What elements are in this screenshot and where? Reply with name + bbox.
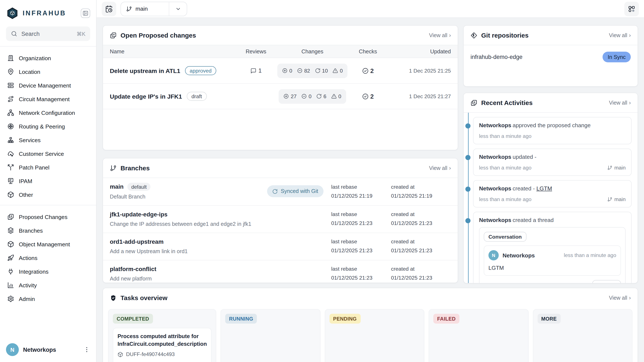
activity-item: Networkopscreated - LGTM less than a min… — [473, 180, 632, 207]
check-circle-icon — [362, 67, 369, 74]
cloud-share-icon — [7, 150, 14, 157]
thread-box: Conversation N Networkops less than a mi… — [479, 227, 626, 283]
branches-view-all-link[interactable]: View all› — [429, 165, 451, 171]
sidebar-item-label: Admin — [19, 296, 35, 302]
synced-with-git-badge: Synced with Git — [267, 185, 323, 197]
sidebar-item-integrations[interactable]: Integrations — [4, 265, 93, 278]
kanban-column-failed: FAILED — [428, 309, 528, 362]
refresh-icon — [315, 68, 320, 73]
branch-name[interactable]: ord1-add-upstream — [110, 239, 164, 245]
table-header: Name Reviews Changes Checks Updated — [103, 45, 458, 58]
activity-action: created - — [512, 185, 535, 192]
sidebar-item-label: Device Management — [19, 82, 71, 89]
git-repositories-view-all-link[interactable]: View all› — [609, 32, 631, 38]
activity-link[interactable]: LGTM — [536, 185, 552, 192]
infrahub-logo-icon — [6, 7, 19, 20]
kebab-menu-icon[interactable] — [83, 346, 90, 353]
sidebar-item-patch-panel[interactable]: Patch Panel — [4, 161, 93, 174]
brand-name: INFRAHUB — [23, 9, 66, 17]
branch-name[interactable]: platform-conflict — [110, 266, 156, 272]
table-row[interactable]: Update edge IP's in JFK1 draft 27 0 6 0 — [103, 84, 458, 109]
sidebar-item-branches[interactable]: Branches — [4, 224, 93, 237]
proposed-changes-view-all-link[interactable]: View all› — [429, 32, 451, 38]
branch-row[interactable]: platform-conflict Add new platform last … — [103, 260, 458, 283]
sidebar-collapse-button[interactable] — [81, 8, 90, 18]
default-badge: default — [127, 183, 150, 191]
branch-name[interactable]: main — [110, 183, 124, 190]
activity-item: Networkopscreated a thread Conversation … — [473, 212, 632, 283]
svg-text:IP: IP — [9, 179, 12, 181]
branch-row[interactable]: jfk1-update-edge-ips Change the IP addre… — [103, 206, 458, 233]
conversation-label: Conversation — [484, 232, 526, 242]
search-input[interactable]: Search ⌘K — [6, 26, 90, 41]
branch-row[interactable]: main default Default Branch Synced with … — [103, 178, 458, 206]
repository-row[interactable]: infrahub-demo-edge In Sync — [464, 45, 638, 69]
proposed-change-icon — [110, 32, 117, 39]
status-badge: draft — [187, 92, 206, 101]
activity-icon — [470, 99, 477, 106]
sidebar-item-services[interactable]: Services — [4, 133, 93, 147]
topbar: main — [96, 0, 644, 18]
sidebar-item-location[interactable]: Location — [4, 65, 93, 79]
status-badge-failed: FAILED — [433, 314, 460, 324]
panel-title: Tasks overview — [120, 294, 168, 301]
comment-body: LGTM — [488, 265, 616, 271]
git-branch-icon — [607, 197, 612, 202]
conflicts-chip: 0 — [332, 68, 343, 74]
removals-chip: 0 — [301, 93, 312, 99]
sidebar-item-activity[interactable]: Activity — [4, 278, 93, 292]
branch-selector-dropdown[interactable] — [169, 2, 187, 15]
sidebar-item-circuit-management[interactable]: Circuit Management — [4, 92, 93, 106]
reply-button[interactable]: Reply — [592, 280, 621, 283]
task-id: DUFF-fe490744c493 — [118, 352, 207, 358]
activity-time: less than a minute ago — [479, 165, 532, 171]
search-icon — [11, 30, 18, 37]
branch-selector-value[interactable]: main — [121, 2, 169, 15]
branch-selector[interactable]: main — [120, 1, 187, 16]
repository-name[interactable]: infrahub-demo-edge — [470, 54, 522, 60]
recent-activities-view-all-link[interactable]: View all› — [609, 100, 631, 106]
task-card[interactable]: Process computed attribute for InfraCirc… — [113, 328, 212, 362]
chevron-down-icon — [175, 6, 181, 12]
comment: N Networkops less than a minute ago LGTM — [484, 245, 621, 276]
sidebar-item-ipam[interactable]: IPIPAM — [4, 174, 93, 188]
user-menu[interactable]: N Networkops — [0, 339, 96, 359]
activity-timeline: Networkopsapproved the proposed change l… — [473, 113, 638, 283]
branch-row[interactable]: ord1-add-upstream Add a new Upstream lin… — [103, 233, 458, 260]
sidebar-item-organization[interactable]: Organization — [4, 51, 93, 65]
sidebar: INFRAHUB Search ⌘K Organization Location… — [0, 0, 96, 362]
tasks-view-all-link[interactable]: View all› — [609, 295, 631, 301]
sidebar-item-actions[interactable]: Actions — [4, 251, 93, 265]
timeline-dot-icon — [465, 186, 470, 192]
column-reviews: Reviews — [246, 48, 266, 55]
branch-name[interactable]: jfk1-update-edge-ips — [110, 211, 168, 218]
sidebar-item-device-management[interactable]: Device Management — [4, 79, 93, 92]
cube-icon — [7, 241, 14, 248]
sidebar-item-routing-peering[interactable]: Routing & Peering — [4, 120, 93, 133]
sidebar-item-proposed-changes[interactable]: Proposed Changes — [4, 210, 93, 224]
proposed-change-name[interactable]: Update edge IP's in JFK1 — [110, 93, 182, 100]
sidebar-item-label: Routing & Peering — [19, 123, 65, 130]
table-row[interactable]: Delete upstream in ATL1 approved 1 0 82 … — [103, 58, 458, 84]
sidebar-item-admin[interactable]: Admin — [4, 292, 93, 306]
sidebar-item-object-management[interactable]: Object Management — [4, 237, 93, 251]
sidebar-item-other[interactable]: Other — [4, 188, 93, 201]
status-badge-running: RUNNING — [225, 314, 257, 324]
sidebar-item-customer-service[interactable]: Customer Service — [4, 147, 93, 161]
sidebar-item-network-configuration[interactable]: Network Configuration — [4, 106, 93, 120]
git-branch-icon — [126, 6, 132, 12]
time-travel-button[interactable] — [102, 1, 116, 16]
timeline-dot-icon — [465, 155, 470, 160]
branch-description: Add new platform — [110, 276, 267, 282]
proposed-change-name[interactable]: Delete upstream in ATL1 — [110, 67, 180, 74]
search-placeholder: Search — [21, 30, 40, 37]
activity-card[interactable]: Networkopsupdated - less than a minute a… — [473, 149, 632, 176]
kanban-column-more: MORE — [533, 309, 632, 362]
activity-card[interactable]: Networkopsapproved the proposed change l… — [473, 117, 632, 144]
refresh-icon — [272, 188, 278, 194]
branch-description: Add a new Upstream link in ord1 — [110, 248, 267, 254]
activity-card[interactable]: Networkopscreated - LGTM less than a min… — [473, 180, 632, 207]
schema-button[interactable] — [624, 1, 639, 16]
warning-icon — [332, 68, 338, 73]
avatar: N — [488, 250, 499, 260]
